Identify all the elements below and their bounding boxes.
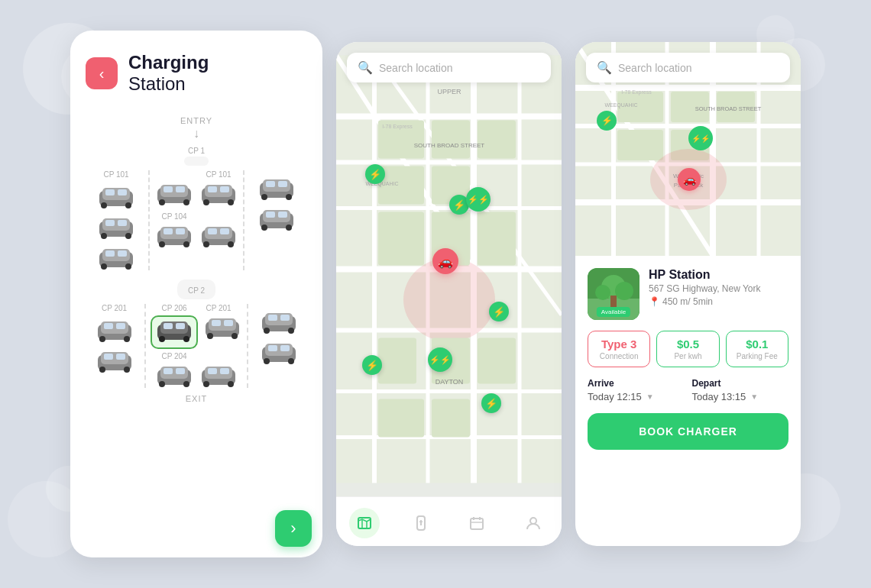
pricing-row: Type 3 Connection $0.5 Per kwh $0.1 Park… xyxy=(588,331,788,367)
map3-pin-selected[interactable]: 🚗 xyxy=(678,168,701,191)
svg-text:UPPER: UPPER xyxy=(437,88,461,95)
cp101-right-label: CP 101 xyxy=(199,170,238,179)
cp1-spot[interactable] xyxy=(184,157,209,166)
panel-map: UPPER SOUTH BROAD STREET DAYTON WEEQUAHI… xyxy=(336,42,562,546)
calendar-icon xyxy=(468,515,485,531)
svg-rect-87 xyxy=(220,368,229,374)
depart-value: Today 13:15 xyxy=(692,391,746,402)
svg-rect-127 xyxy=(478,338,516,384)
pricing-kwh-label: Per kwh xyxy=(663,352,712,360)
map-pin-4[interactable]: ⚡ xyxy=(362,355,382,375)
svg-rect-81 xyxy=(176,368,185,374)
svg-rect-39 xyxy=(220,228,229,234)
car-right-1 xyxy=(257,176,296,201)
svg-point-64 xyxy=(99,367,105,373)
svg-rect-51 xyxy=(278,212,287,218)
profile-icon xyxy=(525,515,542,531)
svg-rect-99 xyxy=(280,345,290,351)
search-bar-3[interactable]: 🔍 Search location xyxy=(586,53,790,82)
arrive-block: Arrive Today 12:15 ▼ xyxy=(588,378,685,402)
svg-point-17 xyxy=(125,263,131,270)
svg-text:I-78 Express: I-78 Express xyxy=(621,89,652,95)
map3-pin-double[interactable]: ⚡⚡ xyxy=(688,126,713,150)
svg-rect-2 xyxy=(105,189,115,195)
car-center-2 xyxy=(199,182,238,206)
highlighted-spot[interactable] xyxy=(151,315,198,349)
map-pin-double[interactable]: ⚡⚡ xyxy=(466,187,491,212)
map-pin-1[interactable]: ⚡ xyxy=(365,164,385,184)
cp206-label: CP 206 xyxy=(154,304,194,312)
back-button[interactable]: ‹ xyxy=(86,57,118,89)
available-badge: Available xyxy=(597,307,630,317)
search-icon-3: 🔍 xyxy=(597,60,612,75)
svg-rect-44 xyxy=(266,181,275,187)
svg-rect-57 xyxy=(116,323,125,329)
svg-text:SOUTH BROAD STREET: SOUTH BROAD STREET xyxy=(695,105,762,112)
pricing-parking: $0.1 Parking Fee xyxy=(726,331,788,367)
map-pin-3[interactable]: ⚡ xyxy=(489,302,509,321)
panel1-header: ‹ Charging Station xyxy=(86,52,307,95)
station-name: HP Station xyxy=(649,268,761,282)
arrive-selector[interactable]: Today 12:15 ▼ xyxy=(588,391,685,402)
svg-rect-74 xyxy=(212,320,221,326)
detail-section: Available HP Station 567 SG Highway, New… xyxy=(575,256,801,546)
svg-rect-135 xyxy=(358,518,371,528)
svg-point-89 xyxy=(228,381,234,387)
car-left-b2 xyxy=(95,349,134,373)
map-pin-selected[interactable]: 🚗 xyxy=(432,248,458,274)
map3-pin-1[interactable]: ⚡ xyxy=(597,111,617,131)
panels-container: ‹ Charging Station ENTRY ↓ CP 1 xyxy=(70,31,801,557)
svg-rect-21 xyxy=(176,186,185,192)
row-pair-b1 xyxy=(151,315,242,349)
svg-point-34 xyxy=(159,241,165,247)
svg-rect-27 xyxy=(220,186,229,192)
svg-point-171 xyxy=(595,285,610,300)
map-pin-double-2[interactable]: ⚡⚡ xyxy=(428,347,452,372)
depart-label: Depart xyxy=(692,378,789,389)
svg-text:WEEQUAHIC: WEEQUAHIC xyxy=(604,102,637,108)
nav-charger[interactable] xyxy=(406,508,436,538)
svg-text:DAYTON: DAYTON xyxy=(436,378,464,386)
parking-rows-bottom: CP 201 xyxy=(86,304,307,388)
row-pair-2 xyxy=(154,224,238,248)
search-icon-2: 🔍 xyxy=(358,60,373,75)
map-icon xyxy=(356,515,373,531)
nav-map[interactable] xyxy=(349,508,380,538)
svg-point-22 xyxy=(159,199,165,205)
svg-rect-140 xyxy=(471,519,483,529)
next-button[interactable]: › xyxy=(275,510,312,547)
map-pin-5[interactable]: ⚡ xyxy=(481,393,501,413)
divider-left xyxy=(148,170,150,270)
svg-rect-98 xyxy=(268,345,277,351)
svg-rect-128 xyxy=(378,399,424,438)
svg-point-11 xyxy=(125,233,131,239)
car-center-b4 xyxy=(199,363,238,388)
pricing-type-value: Type 3 xyxy=(594,338,643,351)
depart-selector[interactable]: Today 13:15 ▼ xyxy=(692,391,789,402)
svg-point-4 xyxy=(101,202,107,208)
svg-rect-69 xyxy=(176,323,185,329)
search-placeholder-3: Search location xyxy=(618,62,692,74)
svg-text:I-78 Express: I-78 Express xyxy=(382,124,413,130)
svg-rect-20 xyxy=(164,186,173,192)
nav-profile[interactable] xyxy=(518,508,549,538)
svg-rect-75 xyxy=(224,320,233,326)
svg-rect-15 xyxy=(118,250,127,257)
svg-point-35 xyxy=(183,241,189,247)
cp2-spot[interactable]: CP 2 xyxy=(177,279,215,299)
search-bar-2[interactable]: 🔍 Search location xyxy=(347,53,551,82)
row-pair-b2 xyxy=(154,363,238,388)
nav-calendar[interactable] xyxy=(461,508,492,538)
map-container-3: UPPER SOUTH BROAD STREET WEEQUAHIC I-78 … xyxy=(575,42,801,256)
svg-rect-124 xyxy=(478,212,516,266)
depart-dropdown-arrow: ▼ xyxy=(750,393,758,401)
panel1-title: Charging Station xyxy=(128,52,209,95)
svg-point-5 xyxy=(125,202,131,208)
car-left-3 xyxy=(96,246,136,270)
book-button[interactable]: BOOK CHARGER xyxy=(588,413,788,450)
svg-rect-3 xyxy=(118,189,127,195)
car-center-3 xyxy=(154,224,194,248)
svg-rect-158 xyxy=(617,130,663,160)
svg-rect-50 xyxy=(266,212,275,218)
svg-rect-118 xyxy=(432,121,470,159)
